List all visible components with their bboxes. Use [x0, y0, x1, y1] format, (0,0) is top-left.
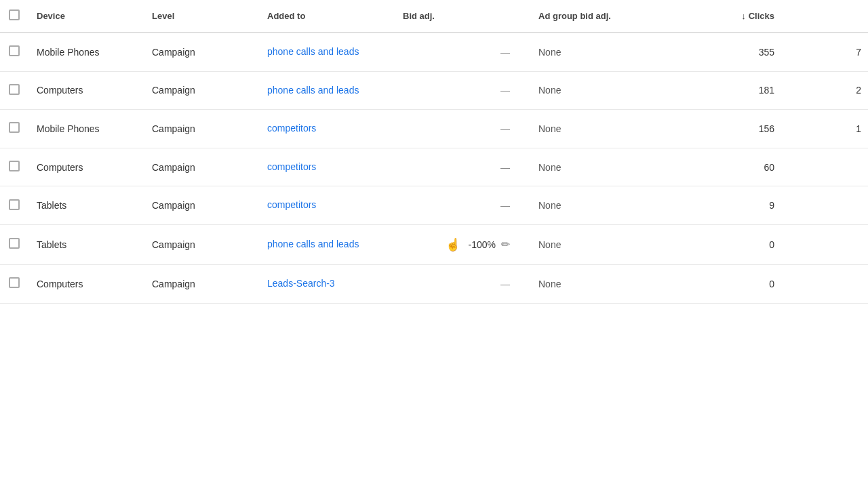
cell-extra: 7	[788, 33, 868, 71]
cell-level: Campaign	[144, 71, 259, 110]
cell-device: Tablets	[28, 186, 144, 225]
cell-clicks: 60	[666, 148, 788, 186]
header-ad-group-bid-adj: Ad group bid adj.	[530, 0, 666, 33]
row-checkbox-cell	[0, 71, 28, 110]
bid-dash: —	[500, 162, 510, 173]
cell-extra	[788, 264, 868, 303]
cell-extra	[788, 148, 868, 186]
table-row: TabletsCampaignphone calls and leads☝-10…	[0, 224, 868, 264]
header-added-to: Added to	[259, 0, 395, 33]
cell-bid-adj: —	[395, 264, 530, 303]
row-checkbox[interactable]	[9, 199, 20, 210]
cursor-hand-icon: ☝	[446, 237, 460, 252]
cell-level: Campaign	[144, 33, 259, 71]
cell-ad-group-bid-adj: None	[530, 148, 666, 186]
bid-value-container: ☝-100%✏	[403, 237, 510, 252]
row-checkbox-cell	[0, 148, 28, 186]
added-to-link[interactable]: phone calls and leads	[267, 239, 359, 249]
table-row: Mobile PhonesCampaignphone calls and lea…	[0, 33, 868, 71]
header-added-to-label: Added to	[267, 11, 305, 21]
cell-device: Mobile Phones	[28, 33, 144, 71]
cell-extra	[788, 224, 868, 264]
cell-ad-group-bid-adj: None	[530, 224, 666, 264]
cell-extra: 2	[788, 71, 868, 110]
cell-extra: 1	[788, 110, 868, 148]
bid-dash: —	[500, 85, 510, 96]
cell-level: Campaign	[144, 224, 259, 264]
row-checkbox-cell	[0, 224, 28, 264]
header-ad-group-bid-adj-label: Ad group bid adj.	[538, 11, 611, 21]
header-extra	[788, 0, 868, 33]
cell-ad-group-bid-adj: None	[530, 33, 666, 71]
cell-device: Mobile Phones	[28, 110, 144, 148]
added-to-link[interactable]: competitors	[267, 123, 316, 134]
cell-bid-adj: —	[395, 110, 530, 148]
row-checkbox[interactable]	[9, 45, 20, 56]
cell-added-to[interactable]: competitors	[259, 186, 395, 225]
header-checkbox-cell	[0, 0, 28, 33]
edit-icon[interactable]: ✏	[501, 238, 510, 251]
cell-device: Tablets	[28, 224, 144, 264]
row-checkbox-cell	[0, 33, 28, 71]
cell-ad-group-bid-adj: None	[530, 71, 666, 110]
table-row: TabletsCampaigncompetitors—None9	[0, 186, 868, 225]
table-header-row: Device Level Added to Bid adj. Ad group …	[0, 0, 868, 33]
cell-clicks: 9	[666, 186, 788, 225]
table-row: Mobile PhonesCampaigncompetitors—None156…	[0, 110, 868, 148]
row-checkbox-cell	[0, 110, 28, 148]
bid-dash: —	[500, 279, 510, 289]
added-to-link[interactable]: phone calls and leads	[267, 46, 359, 57]
added-to-link[interactable]: phone calls and leads	[267, 85, 359, 96]
cell-bid-adj: —	[395, 71, 530, 110]
header-bid-adj: Bid adj.	[395, 0, 530, 33]
cell-clicks: 181	[666, 71, 788, 110]
cell-device: Computers	[28, 148, 144, 186]
select-all-checkbox[interactable]	[9, 9, 20, 20]
bid-percent-value: -100%	[469, 239, 496, 250]
cell-extra	[788, 186, 868, 225]
cell-bid-adj: —	[395, 33, 530, 71]
cell-added-to[interactable]: phone calls and leads	[259, 33, 395, 71]
added-to-link[interactable]: competitors	[267, 199, 316, 210]
header-clicks[interactable]: ↓ Clicks	[666, 0, 788, 33]
header-clicks-label: Clicks	[749, 11, 774, 21]
row-checkbox-cell	[0, 186, 28, 225]
bid-dash: —	[500, 123, 510, 134]
cell-device: Computers	[28, 71, 144, 110]
header-device: Device	[28, 0, 144, 33]
row-checkbox-cell	[0, 264, 28, 303]
cell-added-to[interactable]: Leads-Search-3	[259, 264, 395, 303]
cell-ad-group-bid-adj: None	[530, 264, 666, 303]
cell-added-to[interactable]: phone calls and leads	[259, 71, 395, 110]
header-bid-adj-label: Bid adj.	[403, 11, 435, 21]
added-to-link[interactable]: competitors	[267, 161, 316, 172]
row-checkbox[interactable]	[9, 161, 20, 171]
cell-clicks: 355	[666, 33, 788, 71]
cell-added-to[interactable]: phone calls and leads	[259, 224, 395, 264]
header-level-label: Level	[152, 11, 174, 21]
cell-added-to[interactable]: competitors	[259, 110, 395, 148]
cell-ad-group-bid-adj: None	[530, 110, 666, 148]
cell-ad-group-bid-adj: None	[530, 186, 666, 225]
added-to-link[interactable]: Leads-Search-3	[267, 278, 335, 289]
sort-down-icon: ↓	[741, 11, 746, 21]
cell-level: Campaign	[144, 148, 259, 186]
cell-bid-adj: —	[395, 186, 530, 225]
row-checkbox[interactable]	[9, 277, 20, 288]
header-level: Level	[144, 0, 259, 33]
cell-bid-adj: ☝-100%✏	[395, 224, 530, 264]
cell-clicks: 156	[666, 110, 788, 148]
header-device-label: Device	[37, 11, 65, 21]
row-checkbox[interactable]	[9, 122, 20, 133]
cell-level: Campaign	[144, 186, 259, 225]
cell-added-to[interactable]: competitors	[259, 148, 395, 186]
cell-level: Campaign	[144, 110, 259, 148]
row-checkbox[interactable]	[9, 238, 20, 249]
cell-clicks: 0	[666, 264, 788, 303]
cell-device: Computers	[28, 264, 144, 303]
cell-level: Campaign	[144, 264, 259, 303]
bid-dash: —	[500, 200, 510, 211]
table-row: ComputersCampaignphone calls and leads—N…	[0, 71, 868, 110]
cell-bid-adj: —	[395, 148, 530, 186]
row-checkbox[interactable]	[9, 84, 20, 95]
